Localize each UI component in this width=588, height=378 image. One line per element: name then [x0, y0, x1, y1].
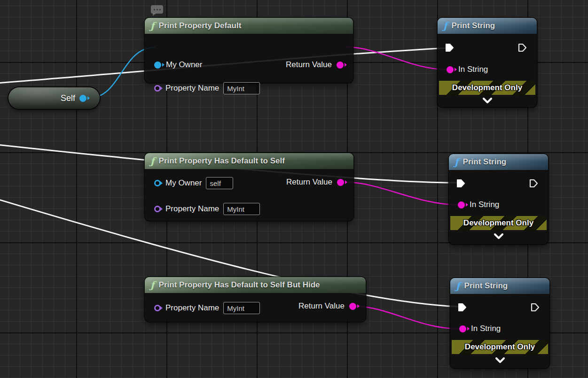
node-header: ƒ Print String: [449, 154, 548, 170]
node-header: ƒ Print String: [438, 18, 537, 34]
property-name-label: Property Name: [165, 84, 219, 93]
exec-out-pin[interactable]: [529, 179, 538, 188]
blueprint-graph-canvas[interactable]: Self ƒ Print Property Default My Owner R…: [0, 0, 588, 378]
function-icon: ƒ: [456, 281, 460, 291]
development-only-text: Development Only: [463, 218, 533, 228]
expand-chevron-icon[interactable]: [494, 233, 504, 239]
development-only-banner: Development Only: [450, 216, 547, 230]
self-output-pin[interactable]: [79, 95, 86, 102]
return-value-pin[interactable]: [337, 62, 344, 69]
return-value-pin[interactable]: [337, 179, 344, 186]
node-header: ƒ Print String: [450, 278, 549, 294]
exec-in-pin[interactable]: [458, 303, 467, 312]
node-print-property-has-default-to-self-but-hide[interactable]: ƒ Print Property Has Default to Self But…: [145, 277, 366, 322]
node-self-variable[interactable]: Self: [8, 87, 100, 109]
self-node-label: Self: [61, 93, 75, 103]
development-only-banner: Development Only: [439, 81, 535, 95]
property-name-label: Property Name: [165, 303, 219, 313]
expand-chevron-icon[interactable]: [495, 357, 505, 363]
wire-return-to-instring-3[interactable]: [354, 306, 458, 329]
comment-bubble-icon[interactable]: [151, 5, 163, 14]
node-print-property-has-default-to-self[interactable]: ƒ Print Property Has Default to Self My …: [145, 153, 353, 221]
property-name-label: Property Name: [165, 204, 219, 214]
function-icon: ƒ: [150, 156, 155, 166]
development-only-text: Development Only: [452, 83, 522, 93]
return-value-label: Return Value: [286, 60, 332, 69]
node-title: Print Property Default: [159, 21, 242, 31]
return-value-label: Return Value: [298, 301, 345, 311]
property-name-pin[interactable]: [154, 206, 161, 212]
function-icon: ƒ: [455, 157, 459, 167]
node-print-string-3[interactable]: ƒ Print String In String Development Onl…: [450, 278, 549, 368]
my-owner-label: My Owner: [166, 60, 202, 69]
node-title: Print String: [452, 21, 495, 31]
property-name-input[interactable]: [223, 203, 260, 215]
exec-in-pin[interactable]: [456, 179, 465, 188]
my-owner-pin[interactable]: [154, 62, 161, 69]
function-icon: ƒ: [150, 21, 155, 31]
exec-out-pin[interactable]: [518, 43, 527, 52]
property-name-input[interactable]: [223, 302, 260, 314]
in-string-label: In String: [471, 324, 501, 333]
node-title: Print Property Has Default to Self: [159, 156, 285, 166]
wire-return-to-instring-2[interactable]: [346, 182, 457, 205]
node-title: Print String: [463, 157, 507, 167]
return-value-label: Return Value: [286, 177, 332, 187]
node-print-string-1[interactable]: ƒ Print String In String Development Onl…: [438, 18, 537, 107]
my-owner-input[interactable]: [206, 177, 233, 189]
development-only-banner: Development Only: [452, 340, 548, 354]
node-title: Print String: [464, 281, 508, 291]
node-header: ƒ Print Property Has Default to Self But…: [145, 277, 366, 293]
expand-chevron-icon[interactable]: [482, 98, 493, 104]
in-string-pin[interactable]: [447, 66, 454, 73]
node-header: ƒ Print Property Default: [145, 18, 353, 34]
function-icon: ƒ: [150, 280, 155, 290]
node-print-property-default[interactable]: ƒ Print Property Default My Owner Return…: [145, 18, 353, 83]
property-name-input[interactable]: [223, 82, 260, 94]
function-icon: ƒ: [443, 21, 447, 31]
property-name-pin[interactable]: [154, 305, 161, 311]
in-string-label: In String: [470, 200, 499, 209]
node-print-string-2[interactable]: ƒ Print String In String Development Onl…: [449, 154, 548, 244]
property-name-pin[interactable]: [154, 85, 161, 92]
return-value-pin[interactable]: [349, 303, 356, 310]
exec-out-pin[interactable]: [531, 303, 540, 312]
my-owner-label: My Owner: [165, 178, 202, 188]
exec-in-pin[interactable]: [445, 43, 454, 52]
my-owner-pin[interactable]: [154, 180, 161, 186]
development-only-text: Development Only: [465, 342, 535, 352]
in-string-pin[interactable]: [459, 325, 466, 332]
node-header: ƒ Print Property Has Default to Self: [145, 153, 353, 169]
in-string-pin[interactable]: [458, 201, 465, 208]
node-title: Print Property Has Default to Self But H…: [159, 280, 320, 290]
in-string-label: In String: [458, 65, 488, 74]
